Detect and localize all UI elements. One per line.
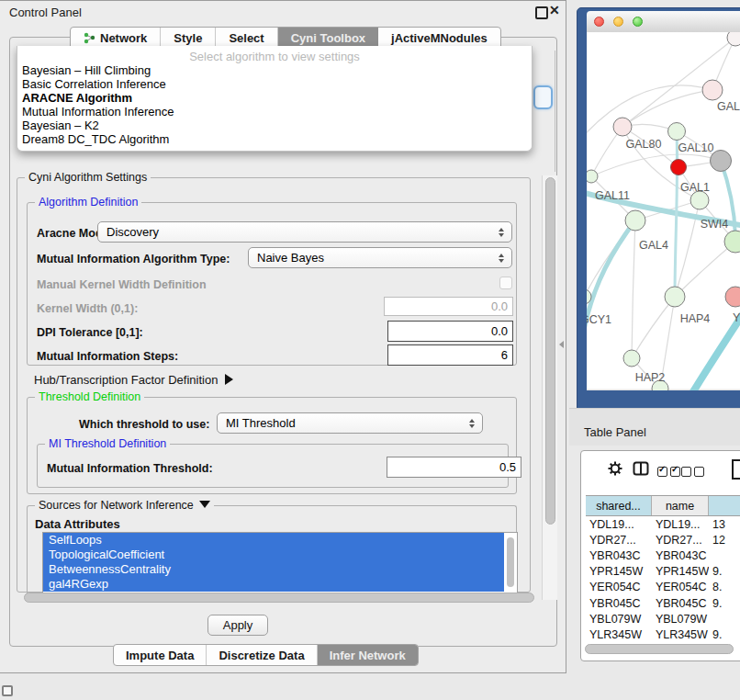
- mi-type-select[interactable]: Naive Bayes: [248, 247, 512, 268]
- cell: 13: [709, 518, 740, 531]
- control-panel-title: Control Panel: [9, 6, 82, 19]
- which-threshold-value: MI Threshold: [226, 416, 296, 430]
- table-toolbar: ✓✓: [581, 451, 740, 491]
- algorithm-option[interactable]: Bayesian – Hill Climbing: [20, 63, 532, 77]
- mi-threshold-group-title: MI Threshold Definition: [45, 437, 170, 450]
- table-header-row: shared... name: [586, 495, 740, 516]
- cell: YPR145W: [652, 565, 709, 578]
- node-gal80[interactable]: [613, 118, 632, 136]
- mi-threshold-field[interactable]: 0.5: [387, 457, 521, 478]
- minimized-panel-icon[interactable]: [2, 685, 13, 696]
- tab-infer-network[interactable]: Infer Network: [318, 645, 418, 665]
- manual-kernel-label: Manual Kernel Width Definition: [37, 278, 207, 291]
- settings-vertical-scrollbar-thumb[interactable]: [545, 177, 555, 525]
- dpi-tolerance-field[interactable]: 0.0: [387, 321, 513, 342]
- tab-discretize-data-label: Discretize Data: [219, 649, 304, 662]
- attribute-item[interactable]: TopologicalCoefficient: [43, 548, 504, 562]
- node-label: GAL10: [678, 141, 714, 154]
- algorithm-option-selected[interactable]: ARACNE Algorithm: [20, 91, 532, 105]
- node-red[interactable]: [671, 160, 687, 175]
- mi-threshold-label: Mutual Information Threshold:: [47, 462, 213, 475]
- mi-steps-field[interactable]: 6: [387, 344, 513, 366]
- which-threshold-select[interactable]: MI Threshold: [217, 412, 483, 434]
- node-gal-partial[interactable]: [702, 80, 723, 100]
- kernel-width-field[interactable]: 0.0: [384, 297, 513, 316]
- new-table-icon[interactable]: [731, 458, 740, 484]
- cell: YDL19...: [586, 518, 652, 531]
- algorithm-option[interactable]: Dream8 DC_TDC Algorithm: [20, 132, 532, 146]
- column-header-shared[interactable]: shared...: [586, 496, 652, 515]
- table-horizontal-scrollbar[interactable]: [585, 644, 734, 654]
- network-window-titlebar[interactable]: [587, 11, 740, 33]
- cell: YPR145W: [586, 565, 652, 578]
- algorithm-option[interactable]: Bayesian – K2: [20, 119, 532, 132]
- node-hap2[interactable]: [623, 350, 640, 367]
- data-attributes-list[interactable]: SelfLoops TopologicalCoefficient Between…: [42, 532, 518, 593]
- aracne-mode-select[interactable]: Discovery: [97, 221, 512, 243]
- mi-steps-label: Mutual Information Steps:: [37, 350, 178, 363]
- table-row[interactable]: YER054C YER054C 8.: [586, 580, 740, 595]
- algorithm-option[interactable]: Basic Correlation Inference: [20, 77, 532, 91]
- settings-vertical-scrollbar[interactable]: [542, 175, 557, 600]
- cell: YBR045C: [586, 597, 652, 610]
- cell: 12: [709, 534, 740, 547]
- attribute-item[interactable]: BetweennessCentrality: [43, 562, 504, 577]
- bottom-tabbar: Impute Data Discretize Data Infer Networ…: [113, 644, 419, 666]
- mi-type-value: Naive Bayes: [257, 251, 324, 265]
- tab-impute-data[interactable]: Impute Data: [114, 645, 207, 665]
- node-gal11[interactable]: [587, 170, 598, 183]
- table-row[interactable]: YDL19... YDL19... 13: [586, 516, 740, 532]
- attribute-item[interactable]: SelfLoops: [43, 533, 504, 548]
- apply-button[interactable]: Apply: [207, 615, 268, 636]
- node-gal10[interactable]: [668, 123, 686, 141]
- table-row[interactable]: YLR345W YLR345W 9.: [586, 627, 740, 642]
- table-row[interactable]: YBR045C YBR045C 9.: [586, 595, 740, 611]
- splitter-collapse-icon[interactable]: [559, 341, 564, 348]
- cell: 9.: [709, 597, 740, 610]
- split-columns-icon[interactable]: [633, 461, 649, 480]
- hub-definition-label: Hub/Transcription Factor Definition: [34, 373, 218, 387]
- table-panel-title: Table Panel: [584, 425, 646, 439]
- node-unlabeled-top[interactable]: [727, 32, 740, 46]
- table-row[interactable]: YBL079W YBL079W: [586, 611, 740, 627]
- close-icon[interactable]: ✕: [549, 3, 560, 17]
- mi-threshold-group: MI Threshold Definition Mutual Informati…: [37, 444, 509, 488]
- column-header-name[interactable]: name: [652, 496, 709, 515]
- minimize-traffic-light-icon[interactable]: [613, 17, 623, 27]
- threshold-definition-group: Threshold Definition Which threshold to …: [27, 397, 517, 494]
- node-label: GCY1: [587, 313, 611, 326]
- cell: YER054C: [586, 581, 652, 593]
- node-gal4[interactable]: [625, 210, 645, 231]
- dpi-tolerance-label: DPI Tolerance [0,1]:: [37, 326, 143, 339]
- network-canvas[interactable]: GAL GAL80 GAL10 GAL1 GAL11 GAL4 SWI4 GCY…: [587, 32, 740, 390]
- manual-kernel-checkbox[interactable]: [499, 277, 512, 289]
- deselect-all-checkboxes-icon[interactable]: [681, 464, 707, 480]
- table-row[interactable]: YDR27... YDR27... 12: [586, 532, 740, 548]
- node-hap4[interactable]: [665, 287, 685, 307]
- mi-type-label: Mutual Information Algorithm Type:: [37, 253, 230, 265]
- table-row[interactable]: YPR145W YPR145W 9.: [586, 564, 740, 580]
- attribute-item[interactable]: gal4RGexp: [43, 577, 504, 592]
- table-row[interactable]: YBR043C YBR043C: [586, 548, 740, 563]
- close-traffic-light-icon[interactable]: [594, 17, 604, 27]
- column-header-partial[interactable]: [709, 496, 740, 515]
- settings-horizontal-scrollbar[interactable]: [24, 593, 534, 603]
- node-label: GAL11: [595, 189, 630, 202]
- float-window-icon[interactable]: [535, 6, 548, 19]
- cell: YER054C: [652, 581, 709, 593]
- node-gal1[interactable]: [690, 191, 709, 209]
- tab-discretize-data[interactable]: Discretize Data: [207, 645, 317, 665]
- node-salmon[interactable]: [725, 287, 740, 307]
- algorithm-option[interactable]: Mutual Information Inference: [20, 105, 532, 119]
- sources-group-title[interactable]: Sources for Network Inference: [35, 499, 214, 512]
- gear-icon[interactable]: [607, 460, 623, 480]
- cell: YBR043C: [652, 549, 709, 562]
- attribute-list-scrollbar[interactable]: [507, 537, 514, 587]
- select-all-checkboxes-icon[interactable]: ✓✓: [657, 464, 683, 480]
- node-label: SWI4: [701, 218, 729, 231]
- focused-combo-fragment[interactable]: [533, 85, 553, 109]
- zoom-traffic-light-icon[interactable]: [633, 17, 643, 27]
- sources-group: Sources for Network Inference Data Attri…: [27, 505, 517, 593]
- aracne-mode-value: Discovery: [107, 225, 159, 239]
- hub-definition-section[interactable]: Hub/Transcription Factor Definition: [34, 373, 233, 387]
